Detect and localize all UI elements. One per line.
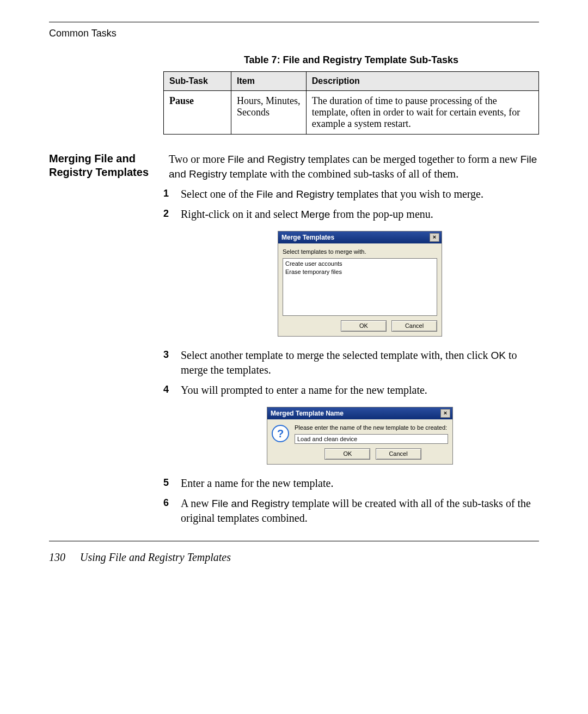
table-row: Pause Hours, Minutes, Seconds The durati…: [164, 91, 539, 135]
cancel-button[interactable]: Cancel: [376, 448, 421, 460]
running-head: Common Tasks: [49, 28, 539, 39]
dialog-titlebar: Merge Templates ×: [278, 231, 442, 243]
question-icon: ?: [272, 425, 289, 442]
dialog-prompt: Please enter the name of the new templat…: [295, 424, 448, 432]
step4-text: You will prompted to enter a name for th…: [181, 384, 427, 396]
cell-description: The duration of time to pause processing…: [306, 91, 538, 135]
ok-button[interactable]: OK: [324, 448, 370, 460]
top-rule: [49, 22, 539, 22]
step1-pre: Select one of the: [181, 188, 256, 200]
step3-pre: Select another template to merge the sel…: [181, 349, 491, 361]
step-1: Select one of the File and Registry temp…: [163, 187, 539, 202]
steps-block: Select one of the File and Registry temp…: [163, 187, 539, 526]
step-6: A new File and Registry template will be…: [163, 496, 539, 526]
document-page: Common Tasks Table 7: File and Registry …: [0, 0, 588, 714]
step2-pre: Right-click on it and select: [181, 208, 301, 220]
page-footer: 130 Using File and Registry Templates: [49, 551, 539, 564]
th-description: Description: [306, 72, 538, 91]
footer-title: Using File and Registry Templates: [80, 551, 231, 563]
intro-text-1: Two or more: [169, 153, 228, 165]
cancel-button[interactable]: Cancel: [391, 320, 437, 332]
close-icon[interactable]: ×: [440, 409, 450, 418]
step-2: Right-click on it and select Merge from …: [163, 207, 539, 336]
th-subtask: Sub-Task: [164, 72, 231, 91]
section-intro: Merging File and Registry Templates Two …: [49, 152, 539, 181]
subtasks-table: Sub-Task Item Description Pause Hours, M…: [163, 71, 539, 135]
merged-template-name-dialog: Merged Template Name × ? Please enter th…: [267, 407, 452, 464]
step2-sans: Merge: [301, 209, 330, 220]
intro-text-3: template with the combined sub-tasks of …: [227, 168, 458, 180]
section-heading: Merging File and Registry Templates: [49, 152, 169, 179]
dialog-button-row: OK Cancel: [295, 448, 448, 460]
template-name-input[interactable]: [295, 434, 448, 444]
dialog-body: ? Please enter the name of the new templ…: [267, 419, 452, 464]
step6-pre: A new: [181, 497, 212, 509]
step1-post: templates that you wish to merge.: [334, 188, 483, 200]
dialog-right-col: Please enter the name of the new templat…: [295, 424, 448, 460]
cell-subtask: Pause: [164, 91, 231, 135]
ok-button[interactable]: OK: [341, 320, 387, 332]
list-item[interactable]: Erase temporary files: [285, 268, 434, 276]
bottom-rule: [49, 541, 539, 541]
intro-text-2: templates can be merged together to form…: [305, 153, 520, 165]
step5-text: Enter a name for the new template.: [181, 477, 333, 489]
step-4: You will prompted to enter a name for th…: [163, 383, 539, 464]
intro-sans-1: File and Registry: [228, 154, 305, 165]
page-number: 130: [49, 551, 65, 563]
th-item: Item: [231, 72, 307, 91]
list-item[interactable]: Create user accounts: [285, 260, 434, 268]
step-3: Select another template to merge the sel…: [163, 348, 539, 377]
step6-sans: File and Registry: [212, 498, 290, 509]
merge-templates-dialog: Merge Templates × Select templates to me…: [278, 231, 442, 336]
table-block: Table 7: File and Registry Template Sub-…: [163, 54, 539, 135]
table-caption: Table 7: File and Registry Template Sub-…: [163, 54, 539, 66]
dialog-title-text: Merged Template Name: [271, 409, 344, 418]
dialog-instruction: Select templates to merge with.: [283, 248, 437, 256]
dialog-button-row: OK Cancel: [283, 320, 437, 332]
templates-listbox[interactable]: Create user accounts Erase temporary fil…: [283, 258, 437, 316]
dialog-title-text: Merge Templates: [281, 233, 334, 242]
dialog-titlebar: Merged Template Name ×: [267, 407, 452, 419]
close-icon[interactable]: ×: [430, 233, 439, 242]
intro-paragraph: Two or more File and Registry templates …: [169, 152, 539, 181]
cell-item: Hours, Minutes, Seconds: [231, 91, 307, 135]
step-5: Enter a name for the new template.: [163, 476, 539, 491]
step2-post: from the pop-up menu.: [330, 208, 433, 220]
step1-sans: File and Registry: [256, 188, 334, 200]
dialog-body: Select templates to merge with. Create u…: [278, 243, 442, 336]
step3-sans: OK: [491, 350, 505, 361]
steps-list: Select one of the File and Registry temp…: [163, 187, 539, 526]
